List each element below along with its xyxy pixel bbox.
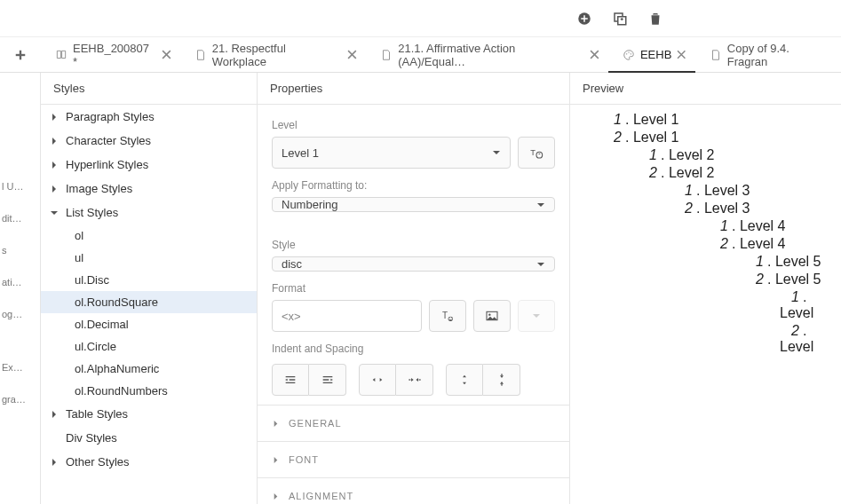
style-item[interactable]: ol.RoundSquare <box>41 291 257 313</box>
close-icon[interactable] <box>590 50 599 59</box>
style-category[interactable]: Character Styles <box>41 129 257 153</box>
chevron-right-icon <box>50 410 59 419</box>
level-label: Level <box>272 119 555 131</box>
style-item[interactable]: ol.Decimal <box>41 313 257 335</box>
spacing-out-button[interactable] <box>396 364 433 396</box>
style-item[interactable]: ol.AlphaNumeric <box>41 358 257 380</box>
chevron-down-icon <box>50 209 59 217</box>
style-item[interactable]: ul.Circle <box>41 335 257 358</box>
style-item[interactable]: ol <box>41 224 257 247</box>
preview-list-item: 1. Level <box>780 289 841 321</box>
section-alignment[interactable]: ALIGNMENT <box>258 477 569 504</box>
gutter-item[interactable]: Ex… <box>2 362 23 373</box>
svg-text:T: T <box>442 311 448 320</box>
trash-icon[interactable] <box>647 11 663 27</box>
section-font[interactable]: FONT <box>258 441 569 477</box>
svg-rect-16 <box>450 317 452 318</box>
format-dropdown-disabled <box>518 300 555 332</box>
style-category[interactable]: Image Styles <box>41 177 257 201</box>
chevron-right-icon <box>272 456 280 464</box>
tab-4[interactable]: Copy of 9.4. Fragran <box>695 37 841 72</box>
tab-label: 21. Respectful Workplace <box>212 42 343 68</box>
svg-rect-23 <box>501 374 502 375</box>
spacing-in-button[interactable] <box>359 364 396 396</box>
preview-list-item: 2. Level <box>780 323 841 355</box>
chevron-down-icon <box>536 201 545 209</box>
outdent-button[interactable] <box>272 364 309 396</box>
duplicate-icon[interactable] <box>612 11 628 27</box>
gutter-item[interactable]: l U… <box>2 181 23 192</box>
style-category[interactable]: List Styles <box>41 201 257 224</box>
preview-list-item: 1. Level 2 <box>638 147 841 163</box>
indent-label: Indent and Spacing <box>272 343 555 355</box>
style-category[interactable]: Div Styles <box>41 426 257 450</box>
add-tab-button[interactable] <box>0 37 41 72</box>
left-gutter: l U…dit…sati…og…Ex…gra… <box>0 73 41 504</box>
style-category[interactable]: Hyperlink Styles <box>41 153 257 177</box>
svg-point-11 <box>631 53 631 54</box>
style-label: Style <box>272 239 555 251</box>
gutter-item[interactable]: ati… <box>2 277 22 287</box>
tab-2[interactable]: 21.1. Affirmative Action (AA)/Equal… <box>366 37 608 72</box>
svg-rect-17 <box>448 319 452 320</box>
chevron-right-icon <box>50 161 59 169</box>
chevron-right-icon <box>50 113 59 122</box>
svg-rect-6 <box>622 18 623 20</box>
preview-list-item: 2. Level 1 <box>602 130 841 146</box>
close-icon[interactable] <box>677 50 686 59</box>
svg-rect-2 <box>581 18 588 20</box>
vspacing-in-button[interactable] <box>446 364 483 396</box>
style-item[interactable]: ul.Disc <box>41 269 257 291</box>
svg-point-9 <box>626 53 627 54</box>
svg-point-10 <box>628 51 629 52</box>
level-reset-button[interactable]: T <box>518 137 555 169</box>
section-general[interactable]: GENERAL <box>258 405 569 441</box>
vspacing-out-button[interactable] <box>483 364 520 396</box>
svg-rect-20 <box>376 379 379 380</box>
chevron-right-icon <box>50 137 59 146</box>
style-category[interactable]: Other Styles <box>41 450 257 474</box>
style-item[interactable]: ul <box>41 247 257 269</box>
preview-panel: Preview 1. Level 12. Level 11. Level 22.… <box>570 73 841 504</box>
format-image-button[interactable] <box>473 300 511 332</box>
style-item[interactable]: ol.RoundNumbers <box>41 380 257 402</box>
level-select[interactable]: Level 1 <box>272 137 511 169</box>
gutter-item[interactable]: s <box>2 245 7 256</box>
format-text-button[interactable]: T <box>429 300 466 332</box>
preview-list-item: 1. Level 3 <box>673 183 841 199</box>
style-category[interactable]: Table Styles <box>41 402 257 426</box>
apply-formatting-select[interactable]: Numbering <box>272 197 555 212</box>
svg-rect-22 <box>418 379 420 380</box>
preview-list-item: 1. Level 4 <box>709 218 841 234</box>
gutter-item[interactable]: dit… <box>2 213 22 224</box>
tab-3[interactable]: EEHB <box>608 37 695 72</box>
gutter-item[interactable]: og… <box>2 309 22 319</box>
preview-list-item: 2. Level 3 <box>673 201 841 217</box>
tab-0[interactable]: EEHB_200807 * <box>41 37 180 72</box>
close-icon[interactable] <box>347 50 357 59</box>
style-select[interactable]: disc <box>272 256 555 272</box>
add-circle-icon[interactable] <box>576 11 592 27</box>
main-area: l U…dit…sati…og…Ex…gra… Styles Paragraph… <box>0 73 841 504</box>
preview-list-item: 2. Level 2 <box>638 165 841 181</box>
chevron-down-icon <box>492 148 501 157</box>
gutter-item[interactable]: gra… <box>2 394 26 405</box>
tab-label: EEHB <box>640 48 671 61</box>
chevron-right-icon <box>272 420 280 428</box>
tab-label: 21.1. Affirmative Action (AA)/Equal… <box>398 42 584 68</box>
tab-1[interactable]: 21. Respectful Workplace <box>180 37 367 72</box>
level-value: Level 1 <box>282 146 319 160</box>
styles-panel: Styles Paragraph StylesCharacter StylesH… <box>41 73 258 504</box>
svg-point-19 <box>488 313 490 315</box>
indent-button[interactable] <box>309 364 346 396</box>
document-tabs: EEHB_200807 *21. Respectful Workplace21.… <box>0 37 841 73</box>
chevron-down-icon <box>536 260 545 269</box>
format-input[interactable]: <x> <box>272 300 422 332</box>
format-label: Format <box>272 282 555 295</box>
preview-list-item: 2. Level 5 <box>744 272 841 287</box>
svg-point-13 <box>536 152 543 158</box>
close-icon[interactable] <box>162 50 171 59</box>
style-category[interactable]: Paragraph Styles <box>41 105 257 129</box>
preview-list-item: 2. Level 4 <box>709 236 841 252</box>
chevron-right-icon <box>50 185 59 193</box>
